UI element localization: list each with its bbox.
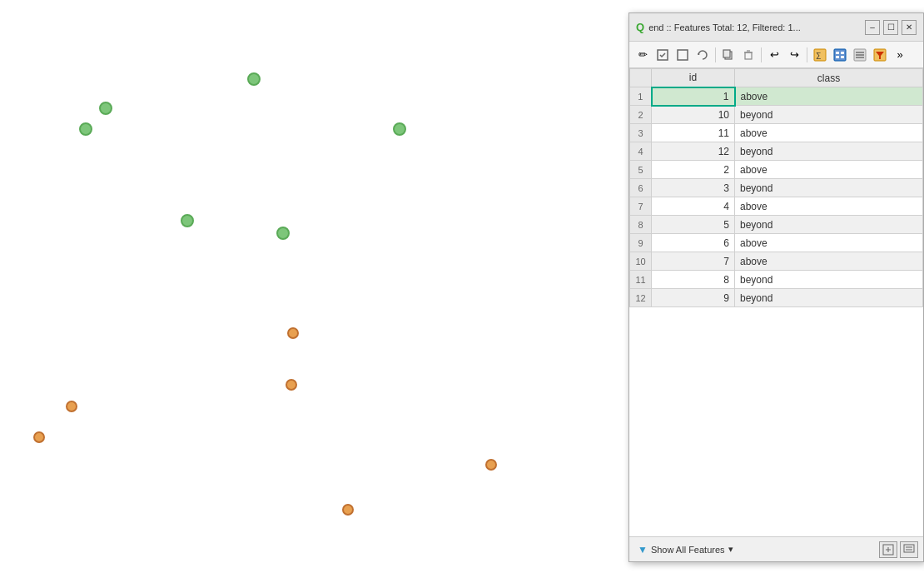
delete-button[interactable] [739, 46, 758, 64]
select-button[interactable] [653, 46, 672, 64]
class-cell[interactable]: beyond [735, 106, 923, 124]
svg-rect-23 [904, 545, 914, 552]
map-dot [66, 401, 77, 412]
table-row[interactable]: 52above [630, 161, 923, 179]
id-cell[interactable]: 9 [652, 289, 735, 307]
undo-button[interactable]: ↩ [765, 46, 783, 64]
svg-text:∑: ∑ [816, 51, 821, 59]
map-dot [286, 379, 297, 391]
close-button[interactable]: ✕ [902, 20, 917, 35]
id-cell[interactable]: 8 [652, 271, 735, 289]
window-title: Q end :: Features Total: 12, Filtered: 1… [636, 21, 801, 33]
filter-button[interactable] [871, 46, 889, 64]
map-dot [181, 214, 194, 227]
row-number: 1 [630, 87, 652, 106]
row-number: 3 [630, 124, 652, 142]
window-controls: – ☐ ✕ [865, 20, 917, 35]
table-container[interactable]: id class 11above210beyond311above412beyo… [629, 68, 923, 536]
class-cell[interactable]: above [735, 234, 923, 252]
svg-rect-11 [836, 56, 839, 58]
separator-3 [807, 47, 807, 62]
show-all-features-button[interactable]: ▼ Show All Features ▾ [634, 542, 737, 557]
conditional-format-button[interactable] [831, 46, 849, 64]
field-calculator-button[interactable]: ∑ [811, 46, 829, 64]
filter-icon: ▼ [638, 544, 648, 556]
copy-button[interactable] [719, 46, 738, 64]
class-cell[interactable]: above [735, 161, 923, 179]
class-cell[interactable]: beyond [735, 142, 923, 161]
zoom-selected-button[interactable] [879, 541, 897, 558]
row-number: 9 [630, 234, 652, 252]
id-cell[interactable]: 3 [652, 179, 735, 197]
table-row[interactable]: 210beyond [630, 106, 923, 124]
svg-rect-12 [841, 52, 844, 54]
id-cell[interactable]: 11 [652, 124, 735, 142]
row-number: 5 [630, 161, 652, 179]
svg-rect-10 [836, 52, 839, 54]
id-cell[interactable]: 4 [652, 197, 735, 216]
refresh-button[interactable] [693, 46, 712, 64]
class-cell[interactable]: above [735, 124, 923, 142]
class-cell[interactable]: beyond [735, 179, 923, 197]
row-number: 11 [630, 271, 652, 289]
id-cell[interactable]: 12 [652, 142, 735, 161]
class-cell[interactable]: beyond [735, 289, 923, 307]
id-cell[interactable]: 2 [652, 161, 735, 179]
map-dot [99, 102, 112, 115]
class-cell[interactable]: beyond [735, 271, 923, 289]
map-dot [287, 327, 299, 339]
table-row[interactable]: 11above [630, 87, 923, 106]
row-number: 12 [630, 289, 652, 307]
svg-rect-4 [745, 52, 752, 59]
redo-button[interactable]: ↪ [785, 46, 803, 64]
map-dot [79, 122, 92, 136]
table-row[interactable]: 85beyond [630, 216, 923, 234]
class-cell[interactable]: above [735, 87, 923, 106]
id-cell[interactable]: 1 [652, 87, 735, 106]
separator-1 [715, 47, 716, 62]
id-cell[interactable]: 10 [652, 106, 735, 124]
id-cell[interactable]: 6 [652, 234, 735, 252]
attribute-table-panel: Q end :: Features Total: 12, Filtered: 1… [628, 12, 924, 562]
deselect-button[interactable] [673, 46, 692, 64]
svg-rect-1 [678, 50, 688, 60]
dropdown-arrow-icon: ▾ [728, 544, 733, 555]
row-number: 7 [630, 197, 652, 216]
svg-rect-3 [723, 50, 730, 57]
edit-pencil-button[interactable]: ✏ [633, 46, 652, 64]
bottom-bar: ▼ Show All Features ▾ [629, 536, 923, 561]
table-row[interactable]: 118beyond [630, 271, 923, 289]
svg-rect-13 [841, 56, 844, 58]
table-row[interactable]: 311above [630, 124, 923, 142]
row-number: 2 [630, 106, 652, 124]
minimize-button[interactable]: – [865, 20, 880, 35]
table-row[interactable]: 63beyond [630, 179, 923, 197]
svg-rect-9 [834, 49, 846, 61]
qgis-icon: Q [636, 21, 644, 33]
class-cell[interactable]: above [735, 197, 923, 216]
table-row[interactable]: 74above [630, 197, 923, 216]
class-column-header[interactable]: class [735, 69, 923, 87]
row-number: 4 [630, 142, 652, 161]
map-dot [247, 72, 261, 86]
map-dot [33, 431, 45, 443]
bottom-right-controls [879, 541, 918, 558]
id-column-header[interactable]: id [652, 69, 735, 87]
id-cell[interactable]: 5 [652, 216, 735, 234]
row-number: 10 [630, 252, 652, 271]
map-dot [342, 504, 354, 516]
class-cell[interactable]: above [735, 252, 923, 271]
table-row[interactable]: 107above [630, 252, 923, 271]
actions-button[interactable] [851, 46, 869, 64]
table-row[interactable]: 129beyond [630, 289, 923, 307]
more-button[interactable]: » [891, 46, 909, 64]
separator-2 [761, 47, 762, 62]
title-bar: Q end :: Features Total: 12, Filtered: 1… [629, 13, 923, 42]
table-row[interactable]: 412beyond [630, 142, 923, 161]
map-dot [393, 122, 406, 136]
pan-map-button[interactable] [900, 541, 918, 558]
table-row[interactable]: 96above [630, 234, 923, 252]
id-cell[interactable]: 7 [652, 252, 735, 271]
maximize-button[interactable]: ☐ [883, 20, 898, 35]
class-cell[interactable]: beyond [735, 216, 923, 234]
